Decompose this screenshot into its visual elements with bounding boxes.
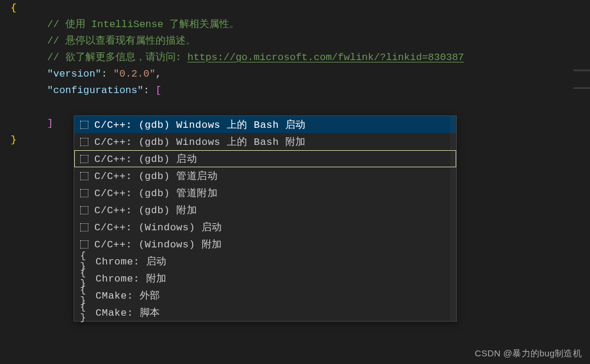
suggest-item-label: C/C++: (Windows) 启动	[94, 220, 222, 234]
braces-icon: { }	[80, 302, 91, 323]
snippet-icon	[80, 189, 88, 197]
suggest-item-label: C/C++: (Windows) 附加	[94, 237, 222, 251]
minimap-slice	[573, 70, 590, 71]
suggest-item-label: CMake: 脚本	[95, 306, 160, 319]
suggest-item-label: C/C++: (gdb) 管道附加	[94, 186, 217, 200]
suggest-item-label: C/C++: (gdb) Windows 上的 Bash 附加	[94, 135, 306, 148]
snippet-icon	[80, 155, 88, 163]
intellisense-popup[interactable]: C/C++: (gdb) Windows 上的 Bash 启动C/C++: (g…	[74, 115, 457, 322]
close-brace: }	[11, 134, 17, 145]
suggest-item[interactable]: C/C++: (gdb) 附加	[74, 201, 456, 219]
suggest-item[interactable]: C/C++: (Windows) 启动	[74, 219, 456, 236]
suggest-item[interactable]: { }CMake: 外部	[74, 287, 456, 304]
docs-link[interactable]: https://go.microsoft.com/fwlink/?linkid=…	[187, 52, 464, 63]
open-brace: {	[11, 2, 17, 14]
snippet-icon	[80, 121, 88, 129]
comment-line-1: // 使用 IntelliSense 了解相关属性。	[47, 19, 239, 30]
suggest-item-label: Chrome: 附加	[95, 272, 167, 285]
json-key-version: "version"	[47, 68, 101, 80]
colon: :	[101, 68, 107, 80]
comma: ,	[156, 68, 161, 80]
json-key-configurations: "configurations"	[47, 85, 143, 96]
json-val-version: "0.2.0"	[113, 68, 155, 80]
snippet-icon	[80, 223, 88, 231]
suggest-item-label: Chrome: 启动	[95, 254, 167, 268]
suggest-item[interactable]: { }Chrome: 启动	[74, 253, 456, 270]
suggest-item[interactable]: { }CMake: 脚本	[74, 304, 456, 321]
minimap-slice	[573, 87, 590, 89]
suggest-item[interactable]: C/C++: (Windows) 附加	[74, 236, 456, 253]
suggest-item-label: C/C++: (gdb) Windows 上的 Bash 启动	[94, 118, 306, 131]
snippet-icon	[80, 240, 88, 249]
suggest-scrollbar[interactable]	[450, 116, 456, 321]
suggest-item[interactable]: C/C++: (gdb) 管道附加	[74, 184, 456, 201]
suggest-item-label: C/C++: (gdb) 启动	[94, 152, 197, 166]
snippet-icon	[80, 138, 88, 146]
watermark: CSDN @暴力的bug制造机	[475, 348, 582, 359]
comment-line-3-prefix: // 欲了解更多信息，请访问:	[47, 52, 187, 63]
suggest-item-label: CMake: 外部	[95, 289, 160, 302]
suggest-item[interactable]: { }Chrome: 附加	[74, 270, 456, 287]
comment-line-2: // 悬停以查看现有属性的描述。	[47, 35, 196, 47]
open-bracket: [	[156, 85, 161, 96]
close-bracket: ]	[47, 118, 53, 129]
suggest-item[interactable]: C/C++: (gdb) Windows 上的 Bash 附加	[74, 133, 456, 150]
suggest-item-label: C/C++: (gdb) 附加	[94, 203, 197, 217]
colon: :	[143, 85, 149, 96]
suggest-item[interactable]: C/C++: (gdb) 启动	[74, 150, 456, 167]
suggest-item[interactable]: C/C++: (gdb) 管道启动	[74, 167, 456, 184]
suggest-item-label: C/C++: (gdb) 管道启动	[94, 169, 217, 183]
suggest-item[interactable]: C/C++: (gdb) Windows 上的 Bash 启动	[74, 116, 456, 133]
snippet-icon	[80, 172, 88, 180]
snippet-icon	[80, 206, 88, 214]
